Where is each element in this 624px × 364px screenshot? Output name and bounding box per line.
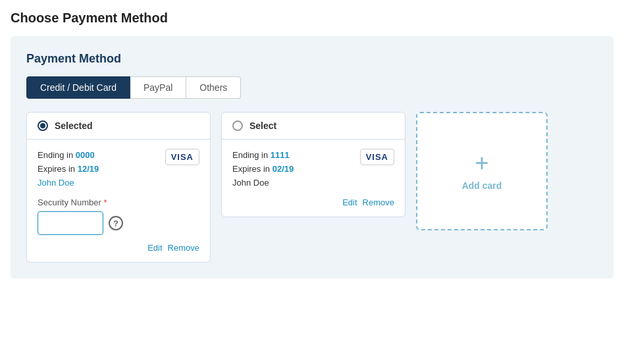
card2-edit-button[interactable]: Edit xyxy=(342,197,357,207)
card1-body: Ending in 0000 Expires in 12/19 John Doe… xyxy=(27,140,210,262)
card2-info-row: Ending in 1111 Expires in 02/19 John Doe… xyxy=(232,149,394,190)
card1-brand: VISA xyxy=(165,149,199,165)
card1-expires: Expires in 12/19 xyxy=(38,163,99,176)
card2-actions: Edit Remove xyxy=(232,197,394,207)
card2-header[interactable]: Select xyxy=(222,113,405,140)
card1-header-label: Selected xyxy=(55,120,93,131)
card1-remove-button[interactable]: Remove xyxy=(168,243,199,253)
card2-radio[interactable] xyxy=(232,120,243,131)
card2-remove-button[interactable]: Remove xyxy=(363,197,394,207)
security-label: Security Number * xyxy=(38,197,199,207)
security-input[interactable] xyxy=(38,211,103,235)
card2-expires: Expires in 02/19 xyxy=(232,163,294,176)
card2-ending: Ending in 1111 xyxy=(232,149,294,163)
required-marker: * xyxy=(103,197,107,207)
card2-details: Ending in 1111 Expires in 02/19 John Doe xyxy=(232,149,294,190)
security-input-row: ? xyxy=(38,211,199,235)
help-icon[interactable]: ? xyxy=(109,216,123,230)
section-title: Payment Method xyxy=(26,52,598,66)
card1-details: Ending in 0000 Expires in 12/19 John Doe xyxy=(38,149,99,190)
tab-others[interactable]: Others xyxy=(186,76,241,99)
card2-header-label: Select xyxy=(249,120,276,131)
add-card-box[interactable]: + Add card xyxy=(416,112,548,230)
tabs-row: Credit / Debit Card PayPal Others xyxy=(26,76,598,99)
card1-actions: Edit Remove xyxy=(38,243,199,253)
card-unselected: Select Ending in 1111 Expires in 02/19 J… xyxy=(221,112,405,217)
card2-brand: VISA xyxy=(360,149,394,165)
payment-container: Payment Method Credit / Debit Card PayPa… xyxy=(11,36,613,278)
card1-header[interactable]: Selected xyxy=(27,113,210,140)
add-card-label: Add card xyxy=(462,180,502,191)
plus-icon: + xyxy=(475,151,488,175)
card1-owner: John Doe xyxy=(38,176,99,190)
security-section: Security Number * ? xyxy=(38,197,199,235)
page-title: Choose Payment Method xyxy=(11,11,613,26)
card2-body: Ending in 1111 Expires in 02/19 John Doe… xyxy=(222,140,405,217)
card1-radio[interactable] xyxy=(38,120,48,131)
cards-row: Selected Ending in 0000 Expires in 12/19… xyxy=(26,112,598,263)
tab-paypal[interactable]: PayPal xyxy=(130,76,186,99)
card2-owner: John Doe xyxy=(232,176,294,190)
card-selected: Selected Ending in 0000 Expires in 12/19… xyxy=(26,112,211,263)
card1-edit-button[interactable]: Edit xyxy=(147,243,162,253)
card1-ending: Ending in 0000 xyxy=(38,149,99,163)
tab-credit-debit[interactable]: Credit / Debit Card xyxy=(26,76,130,99)
card1-info-row: Ending in 0000 Expires in 12/19 John Doe… xyxy=(38,149,199,190)
